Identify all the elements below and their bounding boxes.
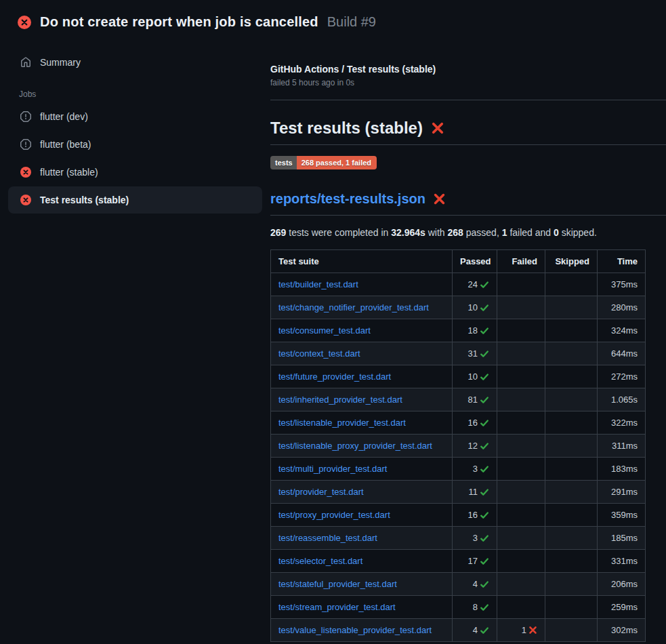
skipped-cell — [545, 550, 598, 573]
table-row: test/inherited_provider_test.dart811.065… — [271, 388, 646, 411]
table-row: test/listenable_proxy_provider_test.dart… — [271, 435, 646, 458]
suite-link[interactable]: test/reassemble_test.dart — [278, 533, 377, 543]
passed-cell: 81 — [453, 388, 497, 411]
suite-cell: test/inherited_provider_test.dart — [271, 388, 453, 411]
time-cell: 272ms — [598, 365, 646, 388]
passed-cell-value: 12 — [468, 441, 478, 451]
red-cross-icon — [431, 121, 444, 135]
failed-cell — [497, 365, 545, 388]
table-row: test/change_notifier_provider_test.dart1… — [271, 296, 646, 319]
passed-cell: 12 — [453, 435, 497, 458]
time-cell: 302ms — [598, 619, 646, 642]
sidebar-item-summary[interactable]: Summary — [0, 50, 270, 75]
suite-link[interactable]: test/selector_test.dart — [278, 556, 362, 566]
page-title: Do not create report when job is cancell… — [40, 14, 318, 30]
tests-badge: tests 268 passed, 1 failed — [270, 156, 377, 169]
suite-link[interactable]: test/context_test.dart — [278, 348, 360, 359]
time-cell: 185ms — [598, 527, 646, 550]
skipped-cell — [545, 573, 598, 596]
suite-link[interactable]: test/consumer_test.dart — [278, 325, 371, 336]
suite-cell: test/reassemble_test.dart — [271, 527, 453, 550]
passed-cell: 31 — [453, 342, 497, 365]
passed-cell-value: 17 — [468, 556, 478, 566]
sidebar-job-item-3[interactable]: Test results (stable) — [8, 186, 262, 214]
suite-cell: test/value_listenable_provider_test.dart — [271, 619, 453, 642]
failed-cell: 1 — [497, 619, 545, 642]
failed-cell — [497, 411, 545, 435]
skipped-cell — [545, 319, 598, 342]
column-header-time: Time — [598, 250, 646, 273]
suite-link[interactable]: test/value_listenable_provider_test.dart — [278, 625, 432, 635]
passed-cell: 18 — [453, 319, 497, 342]
passed-cell-value: 10 — [468, 302, 478, 313]
passed-cell-value: 8 — [473, 602, 478, 612]
time-cell: 331ms — [598, 550, 646, 573]
suite-link[interactable]: test/stateful_provider_test.dart — [278, 579, 397, 589]
section-heading: Test results (stable) — [270, 119, 666, 145]
failed-cell-value: 1 — [522, 625, 526, 635]
time-cell: 375ms — [598, 273, 646, 296]
time-cell: 206ms — [598, 573, 646, 596]
time-cell: 324ms — [598, 319, 646, 342]
passed-cell-value: 3 — [473, 464, 478, 474]
time-cell: 259ms — [598, 596, 646, 619]
suite-link[interactable]: test/provider_test.dart — [278, 487, 364, 497]
time-cell: 322ms — [598, 411, 646, 435]
passed-cell: 8 — [453, 596, 497, 619]
failed-cell — [497, 319, 545, 342]
table-row: test/provider_test.dart11291ms — [271, 481, 646, 504]
passed-cell: 16 — [453, 504, 497, 527]
sidebar: Summary Jobs flutter (dev)flutter (beta)… — [0, 38, 270, 214]
time-cell: 183ms — [598, 458, 646, 481]
skipped-cell — [545, 296, 598, 319]
passed-cell-value: 10 — [468, 371, 478, 382]
failed-status-icon — [18, 16, 31, 29]
time-cell: 359ms — [598, 504, 646, 527]
passed-cell-value: 16 — [468, 418, 478, 428]
suite-cell: test/multi_provider_test.dart — [271, 458, 453, 481]
suite-link[interactable]: test/inherited_provider_test.dart — [278, 395, 402, 405]
suite-link[interactable]: test/future_provider_test.dart — [278, 371, 391, 382]
suite-cell: test/provider_test.dart — [271, 481, 453, 504]
suite-link[interactable]: test/listenable_proxy_provider_test.dart — [278, 441, 432, 451]
job-label: flutter (dev) — [40, 111, 88, 122]
failed-cell — [497, 296, 545, 319]
suite-link[interactable]: test/multi_provider_test.dart — [278, 464, 387, 474]
passed-cell-value: 18 — [468, 325, 478, 336]
suite-cell: test/stateful_provider_test.dart — [271, 573, 453, 596]
table-row: test/value_listenable_provider_test.dart… — [271, 619, 646, 642]
report-file-link[interactable]: reports/test-results.json — [270, 191, 425, 207]
passed-cell-value: 16 — [468, 510, 478, 520]
passed-cell-value: 81 — [468, 395, 478, 405]
failed-cell — [497, 481, 545, 504]
skipped-cell — [545, 342, 598, 365]
time-cell: 1.065s — [598, 388, 646, 411]
column-header-suite: Test suite — [271, 250, 453, 273]
suite-cell: test/future_provider_test.dart — [271, 365, 453, 388]
failed-cell — [497, 342, 545, 365]
skipped-cell — [545, 527, 598, 550]
passed-cell: 4 — [453, 619, 497, 642]
suite-link[interactable]: test/stream_provider_test.dart — [278, 602, 396, 612]
suite-link[interactable]: test/proxy_provider_test.dart — [278, 510, 390, 520]
table-row: test/proxy_provider_test.dart16359ms — [271, 504, 646, 527]
suite-link[interactable]: test/builder_test.dart — [278, 279, 358, 289]
skipped-cell — [545, 388, 598, 411]
passed-cell: 10 — [453, 296, 497, 319]
failed-cell — [497, 388, 545, 411]
run-status-text: failed 5 hours ago in 0s — [270, 78, 666, 87]
badge-label: tests — [270, 156, 297, 169]
sidebar-job-item-2[interactable]: flutter (stable) — [8, 159, 262, 186]
suite-link[interactable]: test/listenable_provider_test.dart — [278, 418, 406, 428]
suite-link[interactable]: test/change_notifier_provider_test.dart — [278, 302, 429, 313]
passed-cell: 11 — [453, 481, 497, 504]
sidebar-summary-label: Summary — [40, 57, 81, 68]
table-row: test/stream_provider_test.dart8259ms — [271, 596, 646, 619]
failed-cell — [497, 527, 545, 550]
failed-cell — [497, 550, 545, 573]
sidebar-job-item-0[interactable]: flutter (dev) — [8, 103, 262, 130]
sidebar-job-item-1[interactable]: flutter (beta) — [8, 131, 262, 158]
suite-cell: test/listenable_proxy_provider_test.dart — [271, 435, 453, 458]
passed-cell: 17 — [453, 550, 497, 573]
table-row: test/builder_test.dart24375ms — [271, 273, 646, 296]
